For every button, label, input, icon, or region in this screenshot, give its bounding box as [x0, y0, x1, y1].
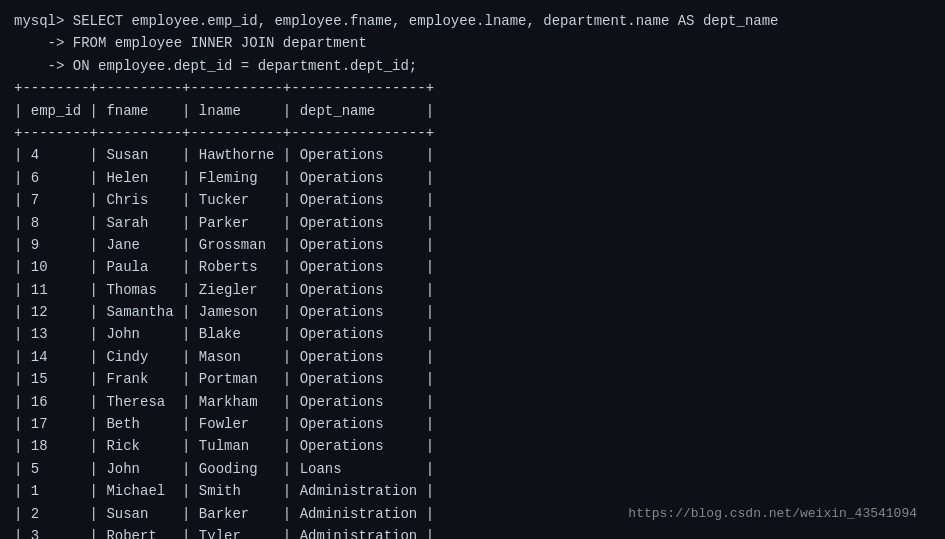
query-block: mysql> SELECT employee.emp_id, employee.… — [14, 10, 931, 77]
terminal-window: mysql> SELECT employee.emp_id, employee.… — [14, 10, 931, 529]
table-output: +--------+----------+-----------+-------… — [14, 77, 931, 539]
url-credit: https://blog.csdn.net/weixin_43541094 — [628, 506, 917, 521]
